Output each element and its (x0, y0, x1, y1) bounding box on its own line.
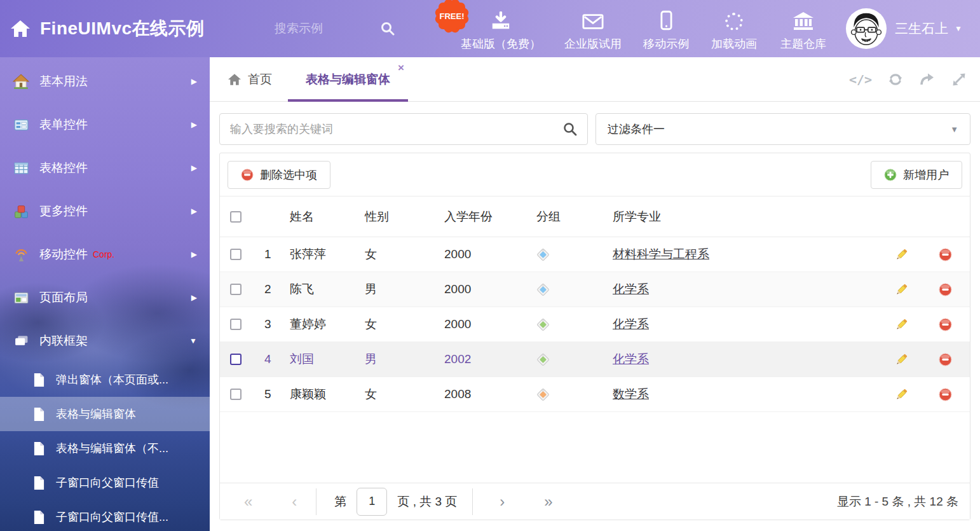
next-page-button[interactable]: › (500, 494, 505, 509)
prev-page-button[interactable]: ‹ (292, 494, 297, 509)
edit-icon[interactable] (894, 387, 909, 402)
major-link[interactable]: 化学系 (613, 351, 649, 368)
table-row[interactable]: 4 刘国 男 2002 化学系 (220, 342, 970, 377)
first-page-button[interactable]: « (244, 494, 252, 509)
column-header-major[interactable]: 所学专业 (613, 209, 882, 225)
nav-basic-free[interactable]: 基础版（免费） (461, 9, 541, 52)
sidebar-item-mobile-controls[interactable]: 移动控件 Corp. ▶ (0, 233, 210, 276)
cell-year: 2008 (444, 387, 536, 401)
column-header-year[interactable]: 入学年份 (444, 209, 536, 225)
nav-theme-repo[interactable]: 主题仓库 (780, 9, 826, 52)
row-checkbox[interactable] (230, 319, 242, 330)
sidebar-item-label: 页面布局 (39, 289, 88, 306)
major-link[interactable]: 化学系 (613, 316, 649, 333)
edit-icon[interactable] (894, 282, 909, 297)
delete-icon[interactable] (939, 248, 952, 261)
nav-label: 企业版试用 (564, 36, 622, 52)
table-header: 姓名 性别 入学年份 分组 所学专业 (220, 197, 970, 237)
cell-year: 2000 (444, 317, 536, 331)
header-search[interactable] (273, 0, 395, 57)
tab-grid-edit-window[interactable]: 表格与编辑窗体 × (288, 57, 408, 102)
chevron-right-icon: ▶ (191, 293, 197, 302)
sidebar-subitem-child-to-parent[interactable]: 子窗口向父窗口传值 (0, 465, 210, 500)
delete-selected-button[interactable]: 删除选中项 (228, 161, 330, 189)
home-icon (10, 19, 31, 38)
sidebar-item-label: 移动控件 (39, 246, 88, 263)
cell-gender: 女 (365, 316, 444, 333)
bank-icon (793, 9, 814, 31)
tag-icon (536, 318, 550, 331)
tab-home[interactable]: 首页 (228, 57, 272, 102)
search-icon[interactable] (380, 21, 395, 36)
column-header-name[interactable]: 姓名 (290, 209, 365, 225)
table-row[interactable]: 2 陈飞 男 2000 化学系 (220, 272, 970, 307)
add-user-button[interactable]: 新增用户 (871, 161, 962, 189)
sidebar-subitem-label: 子窗口向父窗口传值... (56, 509, 168, 525)
mobile-icon (660, 9, 672, 31)
nav-mobile-demo[interactable]: 移动示例 (643, 9, 689, 52)
row-checkbox[interactable] (230, 249, 242, 260)
home-colored-icon (13, 73, 29, 90)
edit-icon[interactable] (894, 247, 909, 262)
table-row[interactable]: 5 康颖颖 女 2008 数学系 (220, 377, 970, 412)
delete-icon[interactable] (939, 283, 952, 296)
expand-icon[interactable] (951, 71, 967, 88)
sidebar-subitem-child-to-parent-2[interactable]: 子窗口向父窗口传值... (0, 500, 210, 531)
row-number: 3 (264, 317, 290, 331)
avatar[interactable] (846, 8, 887, 49)
keyword-search-input[interactable] (220, 123, 553, 136)
tab-label: 首页 (248, 71, 272, 88)
share-icon[interactable] (919, 71, 936, 88)
major-link[interactable]: 材料科学与工程系 (613, 246, 709, 263)
last-page-button[interactable]: » (544, 494, 552, 509)
sidebar-item-form-controls[interactable]: 表单控件 ▶ (0, 103, 210, 146)
table-icon (13, 160, 29, 176)
row-checkbox[interactable] (230, 389, 242, 400)
cell-group (536, 388, 613, 401)
delete-icon[interactable] (939, 353, 952, 366)
tab-bar: 首页 表格与编辑窗体 × </> (210, 57, 980, 102)
search-icon[interactable] (553, 114, 587, 144)
file-icon (33, 510, 45, 525)
sidebar-item-grid-controls[interactable]: 表格控件 ▶ (0, 146, 210, 190)
nav-loading-animation[interactable]: 加载动画 (711, 9, 757, 52)
spinner-icon (725, 9, 743, 31)
sidebar-subitem-grid-edit-window-2[interactable]: 表格与编辑窗体（不... (0, 431, 210, 465)
minus-circle-icon (241, 169, 254, 181)
cubes-icon (13, 203, 29, 219)
table-row[interactable]: 1 张萍萍 女 2000 材料科学与工程系 (220, 237, 970, 272)
sidebar-subitem-grid-edit-window[interactable]: 表格与编辑窗体 (0, 397, 210, 431)
brand[interactable]: FineUIMvc在线示例 (10, 0, 205, 57)
sidebar-item-more-controls[interactable]: 更多控件 ▶ (0, 190, 210, 233)
delete-icon[interactable] (939, 318, 952, 331)
refresh-icon[interactable] (887, 71, 904, 88)
page-number-input[interactable] (357, 488, 387, 516)
sidebar-item-page-layout[interactable]: 页面布局 ▶ (0, 276, 210, 319)
edit-icon[interactable] (894, 352, 909, 367)
column-header-group[interactable]: 分组 (536, 209, 613, 225)
edit-icon[interactable] (894, 317, 909, 332)
file-icon (33, 476, 45, 490)
sidebar-subitem-label: 表格与编辑窗体（不... (56, 441, 168, 456)
row-checkbox[interactable] (230, 284, 242, 295)
sidebar-subitem-popup-window[interactable]: 弹出窗体（本页面或... (0, 362, 210, 397)
sidebar-item-iframe[interactable]: 内联框架 ▼ (0, 319, 210, 362)
column-header-gender[interactable]: 性别 (365, 209, 444, 225)
major-link[interactable]: 化学系 (613, 281, 649, 298)
nav-enterprise-trial[interactable]: 企业版试用 (564, 9, 622, 52)
table-row[interactable]: 3 董婷婷 女 2000 化学系 (220, 307, 970, 342)
header-search-input[interactable] (273, 21, 369, 36)
chevron-right-icon: ▶ (191, 163, 197, 172)
close-icon[interactable]: × (398, 62, 404, 73)
row-checkbox[interactable] (230, 354, 242, 365)
chevron-right-icon: ▶ (191, 250, 197, 259)
delete-icon[interactable] (939, 388, 952, 401)
select-all-checkbox[interactable] (230, 211, 242, 223)
sidebar-item-basic-usage[interactable]: 基本用法 ▶ (0, 60, 210, 103)
cell-year: 2000 (444, 247, 536, 261)
major-link[interactable]: 数学系 (613, 386, 649, 403)
filter-dropdown[interactable]: 过滤条件一 ▼ (595, 113, 970, 145)
source-code-icon[interactable]: </> (849, 72, 872, 87)
chevron-right-icon: ▶ (191, 77, 197, 86)
user-menu[interactable]: 三生石上 ▼ (895, 0, 962, 57)
